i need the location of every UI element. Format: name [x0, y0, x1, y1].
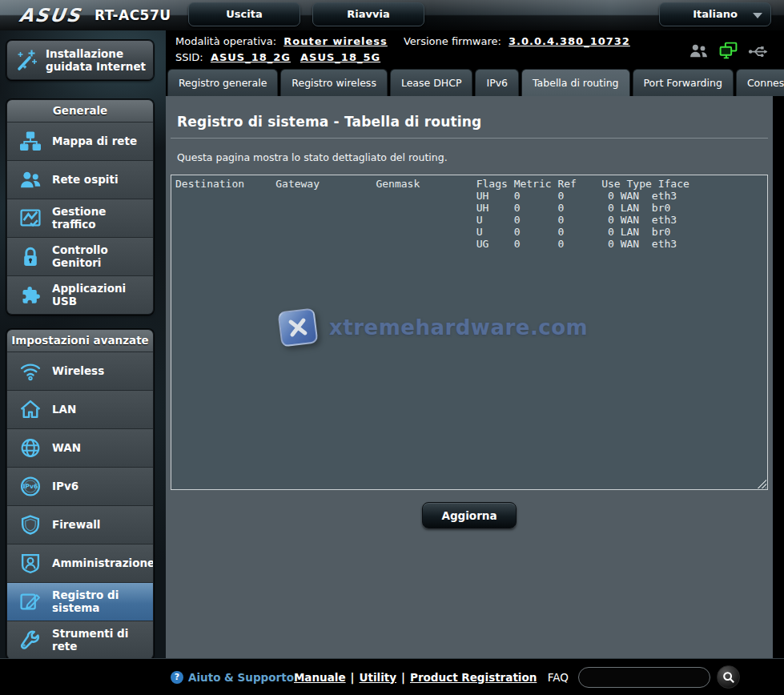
page-title: Registro di sistema - Tabella di routing: [166, 96, 773, 130]
title-separator: [171, 138, 768, 139]
main-content: Registro di sistema - Tabella di routing…: [166, 96, 773, 658]
sidebar-sections: GeneraleMappa di reteRete ospitiGestione…: [6, 99, 154, 660]
ssid-link-asus-18-2g[interactable]: ASUS_18_2G: [211, 51, 291, 63]
tab-lease-dhcp[interactable]: Lease DHCP: [390, 69, 473, 96]
sidebar-item-mappa-di-rete[interactable]: Mappa di rete: [7, 122, 153, 160]
administration-icon: [15, 552, 46, 574]
parental-control-icon: [15, 246, 46, 267]
router-model: RT-AC57U: [94, 7, 171, 23]
footer-links: Manuale|Utility|Product Registration: [294, 671, 537, 684]
tab-ipv6[interactable]: IPv6: [475, 69, 519, 96]
svg-text:IPv6: IPv6: [22, 483, 38, 490]
sidebar-section-generale: GeneraleMappa di reteRete ospitiGestione…: [6, 99, 154, 315]
operation-mode-link[interactable]: Router wireless: [283, 35, 388, 47]
sidebar-item-rete-ospiti[interactable]: Rete ospiti: [7, 160, 153, 199]
faq-label: FAQ: [548, 671, 569, 684]
operation-mode-label: Modalità operativa:: [175, 35, 276, 47]
firewall-icon: [15, 514, 46, 536]
clients-icon[interactable]: [689, 42, 709, 59]
sidebar-item-registro-di-sistema[interactable]: Registro di sistema: [7, 582, 153, 621]
page-description: Questa pagina mostra lo stato dettagliat…: [166, 139, 773, 175]
footer-link-separator: |: [401, 671, 405, 684]
sidebar-item-label: Gestione traffico: [52, 206, 153, 231]
tab-registro-generale[interactable]: Registro generale: [167, 69, 278, 96]
sidebar-item-label: Amministrazione: [52, 557, 154, 570]
sidebar-item-label: IPv6: [52, 480, 78, 493]
sidebar-item-label: Rete ospiti: [52, 174, 119, 187]
refresh-button[interactable]: Aggiorna: [422, 502, 517, 528]
firmware-version-link[interactable]: 3.0.0.4.380_10732: [509, 35, 630, 47]
sidebar-item-strumenti-di-rete[interactable]: Strumenti di rete: [7, 621, 153, 659]
sidebar-item-label: Strumenti di rete: [52, 628, 153, 653]
guest-network-icon: [15, 169, 46, 191]
footer-link-manuale[interactable]: Manuale: [294, 671, 346, 684]
sidebar-item-gestione-traffico[interactable]: Gestione traffico: [7, 199, 153, 237]
sidebar-item-label: Wireless: [52, 365, 104, 378]
ssid-label: SSID:: [175, 51, 203, 63]
sidebar-item-label: Firewall: [52, 519, 101, 532]
system-log-icon: [15, 591, 46, 613]
traffic-manager-icon: [15, 207, 46, 229]
sidebar-item-label: Applicazioni USB: [52, 283, 153, 307]
lan-icon: [15, 399, 46, 420]
ssid-link-asus-18-5g[interactable]: ASUS_18_5G: [300, 51, 380, 63]
wireless-icon: [15, 360, 46, 382]
lan-status-icon[interactable]: [718, 42, 738, 59]
tab-registro-wireless[interactable]: Registro wireless: [280, 69, 388, 96]
ssid-links: ASUS_18_2GASUS_18_5G: [211, 51, 390, 63]
usb-status-icon[interactable]: [748, 43, 770, 58]
top-bar: ASUS RT-AC57U Uscita Riavvia Italiano: [0, 0, 784, 30]
tab-port-forwarding[interactable]: Port Forwarding: [633, 69, 734, 96]
routing-table-textarea[interactable]: Destination Gateway Genmask Flags Metric…: [171, 175, 768, 490]
status-bar: Modalità operativa: Router wireless Vers…: [166, 30, 784, 68]
reboot-button[interactable]: Riavvia: [312, 2, 424, 26]
tab-tabella-di-routing[interactable]: Tabella di routing: [521, 69, 629, 96]
sidebar-item-label: Controllo Genitori: [52, 244, 153, 269]
faq-search-input[interactable]: [578, 667, 710, 688]
sidebar-item-controllo-genitori[interactable]: Controllo Genitori: [7, 237, 153, 275]
question-icon: ?: [171, 671, 183, 684]
network-tools-icon: [15, 629, 46, 651]
language-select[interactable]: Italiano: [659, 2, 771, 26]
sidebar-item-label: Registro di sistema: [52, 589, 153, 614]
logout-button[interactable]: Uscita: [188, 2, 300, 26]
sidebar-item-firewall[interactable]: Firewall: [7, 505, 153, 544]
sidebar-item-lan[interactable]: LAN: [7, 390, 153, 428]
chevron-down-icon: [753, 13, 762, 18]
footer-bar: ? Aiuto & Supporto Manuale|Utility|Produ…: [0, 658, 784, 695]
magic-wand-icon: [12, 47, 41, 73]
search-icon: [722, 671, 735, 684]
routing-table-text: Destination Gateway Genmask Flags Metric…: [171, 175, 767, 489]
sidebar-section-title: Impostazioni avanzate: [7, 330, 153, 352]
footer-link-separator: |: [351, 671, 355, 684]
network-map-icon: [15, 131, 46, 152]
sidebar-item-label: LAN: [52, 404, 76, 416]
footer-link-product-registration[interactable]: Product Registration: [410, 671, 537, 684]
sidebar-item-applicazioni-usb[interactable]: Applicazioni USB: [7, 275, 153, 314]
sidebar-section-title: Generale: [7, 100, 153, 122]
usb-application-icon: [15, 284, 46, 306]
sidebar-item-label: WAN: [52, 442, 81, 455]
asus-logo: ASUS: [18, 5, 82, 26]
sidebar-item-label: Mappa di rete: [52, 135, 137, 148]
faq-search-button[interactable]: [717, 665, 740, 689]
language-value: Italiano: [693, 8, 738, 20]
help-support-label: Aiuto & Supporto: [188, 671, 294, 684]
firmware-label: Versione firmware:: [404, 35, 501, 47]
sidebar-item-wireless[interactable]: Wireless: [7, 352, 153, 390]
sidebar-item-amministrazione[interactable]: Amministrazione: [7, 544, 153, 582]
ipv6-icon: IPv6: [15, 476, 46, 497]
wizard-label: Installazione guidata Internet: [46, 47, 148, 73]
wan-icon: [15, 437, 46, 459]
footer-link-utility[interactable]: Utility: [360, 671, 397, 684]
sidebar-item-ipv6[interactable]: IPv6IPv6: [7, 467, 153, 505]
sidebar-item-wan[interactable]: WAN: [7, 428, 153, 467]
sidebar-section-impostazioni-avanzate: Impostazioni avanzateWirelessLANWANIPv6I…: [6, 329, 154, 660]
status-icons: [689, 42, 770, 59]
tab-connessioni[interactable]: Connessioni: [736, 69, 784, 96]
sidebar-item-quick-internet-setup[interactable]: Installazione guidata Internet: [6, 40, 154, 80]
log-tabs: Registro generaleRegistro wirelessLease …: [166, 68, 784, 96]
sidebar: Installazione guidata Internet GeneraleM…: [0, 30, 166, 658]
